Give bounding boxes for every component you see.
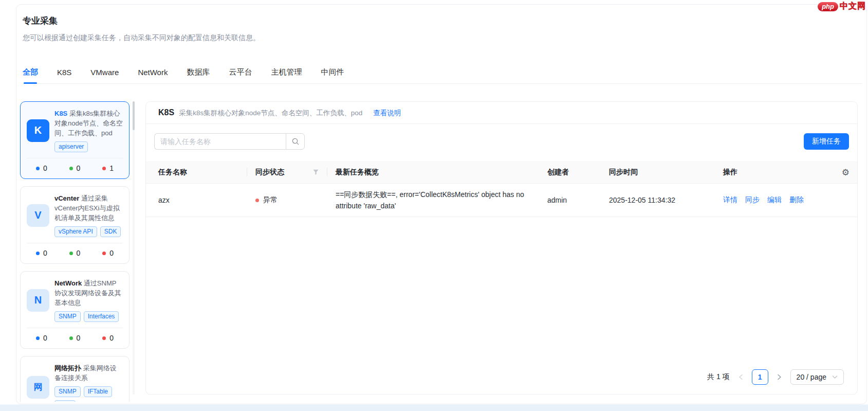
table-row: azx 异常 ==同步数据失败==, error='CollectK8sMetr… — [146, 184, 857, 217]
tag-apiserver: apiserver — [54, 141, 88, 152]
pagination: 共 1 项 1 20 / page — [146, 363, 857, 394]
search-group — [154, 133, 305, 150]
tag-interfaces: Interfaces — [84, 311, 119, 322]
collector-card-stats: 0 0 0 — [27, 328, 123, 342]
green-dot-icon — [69, 336, 73, 340]
collector-card-stats: 0 0 0 — [27, 243, 123, 257]
tab-host[interactable]: 主机管理 — [271, 61, 302, 83]
collector-card-text: NetWork 通过SNMP协议发现网络设备及其基本信息 — [54, 278, 123, 308]
task-panel: K8S 采集k8s集群核心对象node节点、命名空间、工作负载、pod 查看说明… — [145, 101, 858, 395]
collector-list: K K8S 采集k8s集群核心对象node节点、命名空间、工作负载、pod ap… — [20, 101, 130, 402]
add-task-button[interactable]: 新增任务 — [804, 133, 849, 150]
tag-sdk: SDK — [100, 226, 121, 237]
stat-success: 0 — [69, 249, 81, 257]
collector-card-text: vCenter 通过采集vCenter内ESXi与虚拟机清单及其属性信息 — [54, 193, 123, 223]
actions-cell: 详情 同步 编辑 删除 — [715, 195, 857, 205]
prev-page-button[interactable] — [738, 374, 743, 380]
column-creator: 创建者 — [539, 161, 601, 183]
page-header: 专业采集 您可以根据通过创建采集任务，自动采集不同对象的配置信息和关联信息。 — [23, 15, 866, 43]
sync-status-cell: 异常 — [247, 195, 327, 205]
tab-database[interactable]: 数据库 — [187, 61, 210, 83]
collector-card-k8s[interactable]: K K8S 采集k8s集群核心对象node节点、命名空间、工作负载、pod ap… — [20, 101, 130, 179]
table-header: 任务名称 同步状态 最新任务概览 创建者 同步时间 操作 ⚙ — [146, 161, 857, 184]
tab-vmware[interactable]: VMware — [90, 61, 119, 83]
collector-card-text: 网络拓扑 采集网络设备连接关系 — [54, 363, 123, 383]
column-task-name: 任务名称 — [146, 161, 247, 183]
tab-network[interactable]: NetWork — [138, 61, 168, 83]
tab-middleware[interactable]: 中间件 — [321, 61, 344, 83]
delete-link[interactable]: 删除 — [789, 195, 804, 205]
network-icon: N — [27, 289, 49, 312]
red-dot-icon — [102, 252, 106, 255]
collector-card-vcenter[interactable]: V vCenter 通过采集vCenter内ESXi与虚拟机清单及其属性信息 v… — [20, 186, 130, 264]
tag-iftable: IFTable — [84, 386, 112, 397]
tab-k8s[interactable]: K8S — [57, 61, 71, 83]
stat-success: 0 — [69, 164, 81, 172]
column-latest-overview: 最新任务概览 — [327, 161, 539, 183]
collector-card-text: K8S 采集k8s集群核心对象node节点、命名空间、工作负载、pod — [54, 109, 123, 138]
green-dot-icon — [69, 252, 73, 255]
blue-dot-icon — [36, 336, 40, 340]
sync-time-cell: 2025-12-05 11:34:32 — [601, 196, 715, 204]
column-sync-time: 同步时间 — [601, 161, 715, 183]
search-button[interactable] — [286, 133, 305, 150]
sidebar-scrollbar[interactable] — [133, 101, 135, 395]
stat-error: 0 — [102, 334, 114, 342]
page-bottom-band — [0, 404, 868, 411]
tag-snmp: SNMP — [54, 311, 81, 322]
detail-link[interactable]: 详情 — [723, 195, 737, 205]
content-area: K K8S 采集k8s集群核心对象node节点、命名空间、工作负载、pod ap… — [16, 101, 866, 404]
search-icon — [291, 137, 300, 146]
page-title: 专业采集 — [23, 15, 866, 27]
site-watermark: php 中文网 — [818, 1, 866, 12]
stat-info: 0 — [36, 249, 47, 257]
column-actions: 操作 ⚙ — [715, 161, 857, 183]
stat-error: 0 — [102, 249, 114, 257]
column-settings-gear-icon[interactable]: ⚙ — [842, 168, 849, 176]
green-dot-icon — [69, 167, 73, 170]
k8s-icon: K — [27, 119, 49, 142]
php-logo-icon: php — [818, 2, 838, 11]
chevron-right-icon — [777, 374, 782, 380]
tag-snmp: SNMP — [54, 386, 81, 397]
stat-info: 0 — [36, 164, 47, 172]
page-size-select[interactable]: 20 / page — [790, 369, 844, 385]
topology-icon: 网 — [27, 376, 49, 399]
red-dot-icon — [102, 167, 106, 170]
category-tabs: 全部 K8S VMware NetWork 数据库 云平台 主机管理 中间件 — [23, 61, 862, 84]
status-badge: 异常 — [263, 195, 278, 205]
filter-icon[interactable] — [312, 169, 319, 175]
collector-card-network[interactable]: N NetWork 通过SNMP协议发现网络设备及其基本信息 SNMP Inte… — [20, 271, 130, 349]
next-page-button[interactable] — [777, 374, 782, 380]
page-container: 专业采集 您可以根据通过创建采集任务，自动采集不同对象的配置信息和关联信息。 全… — [16, 4, 867, 404]
red-dot-icon — [102, 336, 106, 340]
stat-error: 1 — [102, 164, 114, 172]
stat-success: 0 — [69, 334, 81, 342]
search-input[interactable] — [154, 133, 286, 150]
chevron-left-icon — [738, 374, 743, 380]
view-docs-link[interactable]: 查看说明 — [373, 109, 401, 118]
tab-cloud[interactable]: 云平台 — [229, 61, 252, 83]
panel-header: K8S 采集k8s集群核心对象node节点、命名空间、工作负载、pod 查看说明 — [146, 102, 857, 124]
table-empty-space — [146, 217, 857, 363]
total-count: 共 1 项 — [707, 372, 730, 382]
page-1-button[interactable]: 1 — [752, 369, 768, 385]
sync-link[interactable]: 同步 — [745, 195, 760, 205]
creator-cell: admin — [539, 196, 601, 204]
error-status-dot-icon — [255, 199, 259, 202]
page-size-value: 20 / page — [797, 373, 826, 381]
vcenter-icon: V — [27, 204, 49, 227]
blue-dot-icon — [36, 252, 40, 255]
collector-card-topology[interactable]: 网 网络拓扑 采集网络设备连接关系 SNMP IFTable ARP — [20, 356, 130, 402]
stat-info: 0 — [36, 334, 47, 342]
panel-title: K8S — [158, 108, 174, 117]
blue-dot-icon — [36, 167, 40, 170]
column-sync-status: 同步状态 — [247, 161, 327, 183]
scrollbar-thumb[interactable] — [133, 101, 135, 130]
task-toolbar: 新增任务 — [146, 124, 857, 161]
edit-link[interactable]: 编辑 — [767, 195, 782, 205]
collector-card-stats: 0 0 1 — [27, 158, 123, 172]
tab-all[interactable]: 全部 — [23, 61, 38, 83]
tag-vsphere-api: vSphere API — [54, 226, 97, 237]
overview-cell: ==同步数据失败==, error='CollectK8sMetrics' ob… — [327, 184, 539, 217]
